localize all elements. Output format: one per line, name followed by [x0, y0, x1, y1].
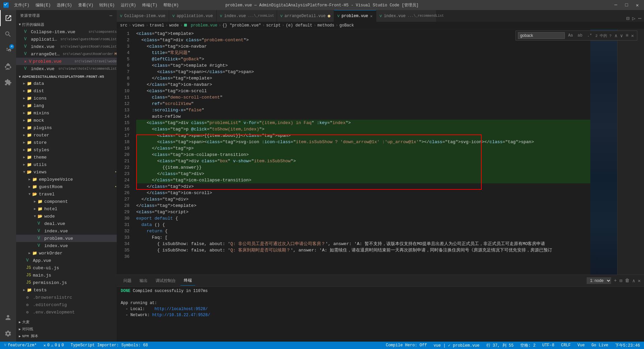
language-status[interactable]: Vue — [576, 343, 586, 348]
menu-help[interactable]: 帮助(H) — [161, 2, 181, 9]
tree-editorconfig[interactable]: ⚙ .editorconfig — [16, 301, 117, 308]
tree-utils[interactable]: ▶ 📁 utils — [16, 161, 117, 168]
menu-goto[interactable]: 转到(G) — [97, 2, 117, 9]
open-file-index-guestroom[interactable]: V index.vue src\views\guestRoom\roomList — [16, 43, 117, 50]
tree-router[interactable]: ▶ 📁 router — [16, 131, 117, 139]
errors-status[interactable]: ✕ 0 ⚠ 0 ℹ 0 — [42, 343, 65, 348]
panel-tab-debug-console[interactable]: 调试控制台 — [152, 276, 179, 286]
tab-close-button[interactable]: ✕ — [370, 14, 373, 19]
tree-mock[interactable]: ▶ 📁 mock — [16, 117, 117, 124]
new-file-icon[interactable]: ⋯ — [110, 13, 113, 18]
tree-lang[interactable]: ▶ 📁 lang — [16, 102, 117, 109]
activity-settings[interactable] — [0, 326, 16, 342]
tree-styles[interactable]: ▶ 📁 styles — [16, 146, 117, 154]
project-section[interactable]: ▼ ADMINDIGITALANALYSISPLATFORM-FRONT-H5 — [16, 74, 117, 80]
tree-index-vue-wode2[interactable]: V index.vue — [16, 242, 117, 249]
line-col-status[interactable]: 行 37, 列 55 — [485, 343, 515, 348]
find-close-button[interactable]: ✕ — [630, 33, 635, 39]
tab-problem[interactable]: V problem.vue ✕ — [334, 10, 376, 22]
whole-word-button[interactable]: ab — [576, 33, 584, 39]
menu-edit[interactable]: 编辑(E) — [33, 2, 54, 9]
tree-data[interactable]: ▶ 📁 data — [16, 80, 117, 87]
open-editors-section[interactable]: ▼ 打开的编辑器 — [16, 21, 117, 28]
panel-tab-output[interactable]: 输出 — [136, 276, 151, 286]
kill-terminal-button[interactable]: 🗑 — [625, 278, 630, 283]
split-editor-button[interactable]: ⊟ — [626, 15, 630, 22]
breadcrumb-wode[interactable]: wode — [169, 23, 179, 28]
activity-extensions[interactable] — [0, 74, 16, 91]
find-prev-button[interactable]: ∧ — [613, 33, 618, 39]
breadcrumb-goback[interactable]: goBack — [339, 23, 354, 28]
tree-browserslistrc[interactable]: ⚙ .browserslistrc — [16, 294, 117, 301]
tree-employeevoice[interactable]: ▶ 📁 employeeVoice — [16, 176, 117, 183]
more-actions-button[interactable]: ⋯ — [638, 15, 641, 22]
panel-tab-problems[interactable]: 问题 — [120, 276, 135, 286]
code-editor[interactable]: <class="tag">template> <class="tag">div … — [133, 29, 590, 275]
tab-application[interactable]: V application.vue — [169, 10, 217, 22]
panel-tab-terminal[interactable]: 终端 — [180, 276, 195, 286]
find-input[interactable] — [518, 32, 565, 39]
tree-mixins[interactable]: ▶ 📁 mixins — [16, 109, 117, 117]
tree-dist[interactable]: ▶ 📁 dist — [16, 87, 117, 95]
network-link[interactable]: http://10.18.22.47:9528/ — [152, 313, 210, 317]
local-link[interactable]: http://localhost:9528/ — [155, 307, 208, 311]
tab-index-recommendlist[interactable]: V index.vue ...\_recommendList — [376, 10, 437, 22]
tree-theme[interactable]: ▶ 📁 theme — [16, 154, 117, 161]
compile-hero-status[interactable]: Compile Hero: Off — [384, 343, 428, 348]
find-next-button[interactable]: ∨ — [619, 33, 624, 39]
line-ending-status[interactable]: CRLF — [560, 343, 572, 348]
tree-hotel[interactable]: ▶ 📁 hotel — [16, 205, 117, 213]
tree-views[interactable]: ▼ 📂 views • — [16, 168, 117, 176]
tree-problem-vue[interactable]: V problem.vue — [16, 235, 117, 242]
activity-search[interactable] — [0, 26, 16, 42]
npm-section[interactable]: ▶ NPM 脚本 — [16, 333, 117, 340]
breadcrumb-methods[interactable]: methods — [317, 23, 334, 28]
menu-run[interactable]: 运行(R) — [118, 2, 139, 9]
tree-component[interactable]: ▶ 📁 component — [16, 198, 117, 205]
spaces-status[interactable]: 空格: 2 — [519, 343, 537, 348]
open-file-application[interactable]: V application.vue src\views\guestRoom\ro… — [16, 36, 117, 43]
breadcrumb-src[interactable]: src — [120, 23, 127, 28]
activity-source-control[interactable]: 4 — [0, 42, 16, 58]
minimize-button[interactable]: ─ — [612, 2, 619, 8]
run-button[interactable]: ▷ — [632, 15, 636, 22]
tree-workorder[interactable]: ▶ 📁 workOrder — [16, 249, 117, 257]
open-file-index-hotel[interactable]: V index.vue src\views\hotel\recommendLis… — [16, 65, 117, 72]
menu-view[interactable]: 查看(V) — [75, 2, 96, 9]
new-terminal-button[interactable]: + — [614, 278, 616, 283]
vue-status[interactable]: vue | ✓ problem.vue — [432, 343, 481, 348]
close-button[interactable]: ✕ — [634, 2, 641, 8]
activity-explorer[interactable] — [0, 10, 16, 26]
tab-arrangedetail[interactable]: V arrangeDetail.vue — [277, 10, 334, 22]
regex-button[interactable]: .* — [586, 33, 593, 39]
git-branch-status[interactable]: ⑂ feature/lzm* — [3, 343, 38, 348]
go-live-status[interactable]: Go Live — [590, 343, 609, 348]
duiwenxian-section[interactable]: ▶ 对问线 — [16, 326, 117, 333]
tree-icons[interactable]: ▶ 📁 icons — [16, 95, 117, 102]
terminal-selector[interactable]: 1: node — [587, 277, 611, 284]
tree-deal-vue[interactable]: V deal.vue — [16, 220, 117, 227]
tab-index-roomlist[interactable]: V index.vue ...\_roomList — [217, 10, 277, 22]
menu-terminal[interactable]: 终端(T) — [140, 2, 160, 9]
tree-plugins[interactable]: ▶ 📁 plugins — [16, 124, 117, 131]
tree-tests[interactable]: ▶ 📁 tests — [16, 286, 117, 294]
maximize-button[interactable]: □ — [623, 2, 630, 8]
open-file-collapse-item[interactable]: V Collapse-item.vue src\components — [16, 28, 117, 36]
tree-permission-js[interactable]: JS permission.js — [16, 279, 117, 286]
open-file-problem[interactable]: ✕ V problem.vue src\views\travel\wode — [16, 58, 117, 65]
activity-account[interactable] — [0, 309, 16, 326]
find-options-button[interactable]: ≡ — [625, 33, 629, 39]
menu-file[interactable]: 文件(F) — [11, 2, 32, 9]
menu-selection[interactable]: 选择(S) — [54, 2, 75, 9]
tree-travel[interactable]: ▼ 📂 travel — [16, 190, 117, 198]
breadcrumb-script[interactable]: script — [266, 23, 281, 28]
breadcrumb-file[interactable]: problem.vue — [184, 23, 217, 28]
encoding-status[interactable]: UTF-8 — [541, 343, 556, 348]
maximize-panel-button[interactable]: ∧ — [632, 278, 635, 284]
breadcrumb-scope[interactable]: {} "problem.vue" — [222, 23, 261, 28]
match-case-button[interactable]: Aa — [567, 33, 574, 39]
tree-index-vue-wode[interactable]: V index.vue — [16, 227, 117, 235]
breadcrumb-default[interactable]: (e) default — [286, 23, 312, 28]
tree-app-vue[interactable]: V App.vue — [16, 257, 117, 264]
tree-wode[interactable]: ▼ 📂 wode — [16, 213, 117, 220]
